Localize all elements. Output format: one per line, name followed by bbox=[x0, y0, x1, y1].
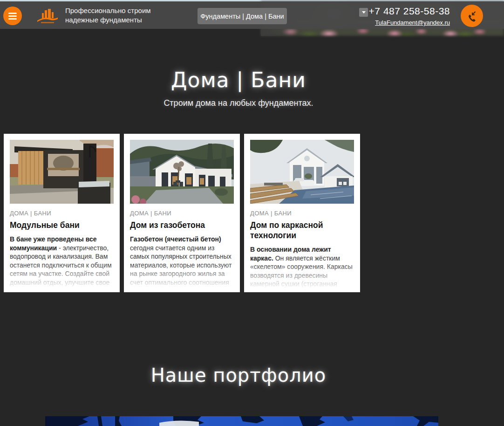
card-body: В основании дома лежит каркас. Он являет… bbox=[250, 245, 354, 292]
card-photo-modular-bath bbox=[10, 140, 114, 204]
card-title[interactable]: Дом из газобетона bbox=[130, 220, 234, 230]
email-link[interactable]: TulaFundament@yandex.ru bbox=[375, 19, 450, 26]
hamburger-menu-button[interactable] bbox=[3, 7, 22, 25]
sections-nav-button[interactable]: Фундаменты | Дома | Бани bbox=[198, 8, 287, 24]
callback-button[interactable] bbox=[461, 5, 483, 27]
portfolio-slider-image[interactable] bbox=[45, 416, 438, 426]
card-category: ДОМА | БАНИ bbox=[250, 210, 354, 217]
card-category: ДОМА | БАНИ bbox=[10, 210, 114, 217]
card-photo-aerated-concrete-house bbox=[130, 140, 234, 204]
tagline-line-2: надежные фундаменты bbox=[65, 15, 151, 25]
incoming-call-icon bbox=[465, 9, 478, 22]
site-header: Профессионально строим надежные фундамен… bbox=[0, 1, 504, 36]
hamburger-menu-icon bbox=[8, 13, 17, 14]
hamburger-menu-icon bbox=[8, 15, 17, 17]
page-subtitle: Строим дома на любых фундаментах. bbox=[0, 98, 477, 108]
phone-dropdown-button[interactable] bbox=[359, 8, 368, 17]
article-card-frame-house[interactable]: ДОМА | БАНИ Дом по каркасной технологии … bbox=[244, 134, 360, 292]
card-photo-frame-house bbox=[250, 140, 354, 204]
card-lead: Газобетон (ячеистый бетон) bbox=[130, 235, 221, 243]
article-card-aerated-concrete[interactable]: ДОМА | БАНИ Дом из газобетона Газобетон … bbox=[124, 134, 240, 292]
card-body: Газобетон (ячеистый бетон) сегодня счита… bbox=[130, 235, 234, 292]
hamburger-menu-icon bbox=[8, 18, 17, 20]
card-title[interactable]: Дом по каркасной технологии bbox=[250, 220, 354, 240]
card-text: сегодня считается одним из самых популяр… bbox=[130, 244, 232, 293]
article-card-modular-baths[interactable]: ДОМА | БАНИ Модульные бани В бане уже пр… bbox=[4, 134, 120, 292]
card-category: ДОМА | БАНИ bbox=[130, 210, 234, 217]
chevron-down-icon bbox=[362, 11, 366, 14]
tagline-line-1: Профессионально строим bbox=[65, 6, 151, 15]
card-body: В бане уже проведены все коммуникации - … bbox=[10, 235, 114, 287]
phone-number-link[interactable]: +7 487 258-58-38 bbox=[369, 6, 450, 17]
page: Профессионально строим надежные фундамен… bbox=[0, 0, 504, 426]
portfolio-section-title: Наше портфолио bbox=[0, 364, 477, 386]
card-title[interactable]: Модульные бани bbox=[10, 220, 114, 230]
header-tagline: Профессионально строим надежные фундамен… bbox=[65, 6, 151, 25]
company-logo-icon[interactable] bbox=[36, 8, 59, 24]
page-title: Дома | Бани bbox=[0, 68, 477, 92]
